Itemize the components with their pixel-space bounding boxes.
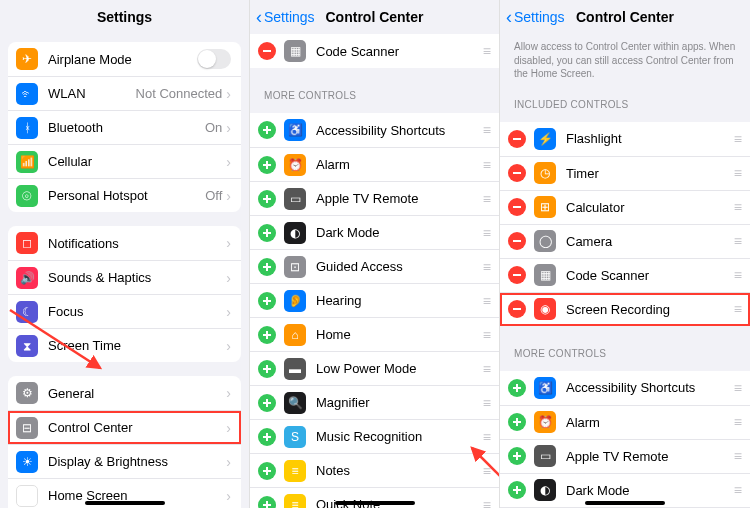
control-row[interactable]: 🔍Magnifier≡ — [250, 385, 499, 419]
battery-icon: ▬ — [284, 358, 306, 380]
settings-row[interactable]: ✈Airplane Mode — [8, 42, 241, 76]
drag-handle-icon[interactable]: ≡ — [483, 157, 489, 173]
add-button[interactable] — [258, 121, 276, 139]
drag-handle-icon[interactable]: ≡ — [483, 259, 489, 275]
drag-handle-icon[interactable]: ≡ — [734, 233, 740, 249]
add-button[interactable] — [258, 292, 276, 310]
settings-row[interactable]: 📶Cellular› — [8, 144, 241, 178]
add-button[interactable] — [258, 224, 276, 242]
row-label: Dark Mode — [566, 483, 734, 498]
settings-row[interactable]: ⦾Personal HotspotOff› — [8, 178, 241, 212]
drag-handle-icon[interactable]: ≡ — [483, 293, 489, 309]
settings-row[interactable]: ☾Focus› — [8, 294, 241, 328]
remove-button[interactable] — [508, 266, 526, 284]
settings-row[interactable]: ᯤWLANNot Connected› — [8, 76, 241, 110]
control-row[interactable]: ▭Apple TV Remote≡ — [250, 181, 499, 215]
drag-handle-icon[interactable]: ≡ — [734, 414, 740, 430]
drag-handle-icon[interactable]: ≡ — [483, 43, 489, 59]
control-row[interactable]: ◯Camera≡ — [500, 224, 750, 258]
navbar: ‹ Settings Control Center — [250, 0, 499, 34]
remove-button[interactable] — [508, 300, 526, 318]
add-button[interactable] — [258, 326, 276, 344]
drag-handle-icon[interactable]: ≡ — [483, 395, 489, 411]
drag-handle-icon[interactable]: ≡ — [734, 482, 740, 498]
section-header-more: MORE CONTROLS — [500, 340, 750, 363]
control-row[interactable]: ♿Accessibility Shortcuts≡ — [500, 371, 750, 405]
chevron-right-icon: › — [226, 235, 231, 251]
drag-handle-icon[interactable]: ≡ — [483, 361, 489, 377]
control-row[interactable]: ◉Screen Recording≡ — [500, 292, 750, 326]
control-row[interactable]: ⊞Calculator≡ — [500, 190, 750, 224]
row-label: Guided Access — [316, 259, 483, 274]
row-label: Accessibility Shortcuts — [316, 123, 483, 138]
control-row[interactable]: ◷Timer≡ — [500, 156, 750, 190]
settings-row[interactable]: ⊟Control Center› — [8, 410, 241, 444]
add-button[interactable] — [258, 496, 276, 509]
remove-button[interactable] — [508, 164, 526, 182]
control-row[interactable]: ⌂Home≡ — [250, 317, 499, 351]
settings-row[interactable]: ⧗Screen Time› — [8, 328, 241, 362]
control-row[interactable]: ≡Notes≡ — [250, 453, 499, 487]
control-row[interactable]: ⊡Guided Access≡ — [250, 249, 499, 283]
settings-row[interactable]: ⚙General› — [8, 376, 241, 410]
control-row[interactable]: ♿Accessibility Shortcuts≡ — [250, 113, 499, 147]
drag-handle-icon[interactable]: ≡ — [734, 165, 740, 181]
add-button[interactable] — [258, 462, 276, 480]
add-button[interactable] — [508, 481, 526, 499]
drag-handle-icon[interactable]: ≡ — [734, 380, 740, 396]
settings-row[interactable]: 🔊Sounds & Haptics› — [8, 260, 241, 294]
add-button[interactable] — [258, 190, 276, 208]
control-row[interactable]: ⚡Flashlight≡ — [500, 122, 750, 156]
control-row[interactable]: ◐Dark Mode≡ — [250, 215, 499, 249]
drag-handle-icon[interactable]: ≡ — [734, 199, 740, 215]
settings-row[interactable]: ᚼBluetoothOn› — [8, 110, 241, 144]
remove-button[interactable] — [508, 232, 526, 250]
chevron-right-icon: › — [226, 154, 231, 170]
note-icon: ≡ — [284, 494, 306, 509]
drag-handle-icon[interactable]: ≡ — [483, 327, 489, 343]
add-button[interactable] — [258, 428, 276, 446]
control-row[interactable]: ▬Low Power Mode≡ — [250, 351, 499, 385]
group-more-controls: ♿Accessibility Shortcuts≡⏰Alarm≡▭Apple T… — [500, 371, 750, 509]
drag-handle-icon[interactable]: ≡ — [483, 497, 489, 509]
remove-button[interactable] — [258, 42, 276, 60]
drag-handle-icon[interactable]: ≡ — [483, 225, 489, 241]
add-button[interactable] — [508, 447, 526, 465]
add-button[interactable] — [258, 360, 276, 378]
control-row[interactable]: ⏰Alarm≡ — [250, 147, 499, 181]
back-button[interactable]: ‹ Settings — [256, 8, 315, 26]
control-row[interactable]: ⏰Alarm≡ — [500, 405, 750, 439]
chevron-right-icon: › — [226, 120, 231, 136]
settings-row[interactable]: ☀Display & Brightness› — [8, 444, 241, 478]
add-button[interactable] — [258, 258, 276, 276]
drag-handle-icon[interactable]: ≡ — [483, 463, 489, 479]
control-row[interactable]: ▦Code Scanner≡ — [500, 258, 750, 292]
drag-handle-icon[interactable]: ≡ — [734, 301, 740, 317]
row-label: Home — [316, 327, 483, 342]
home-indicator[interactable] — [335, 501, 415, 505]
home-indicator[interactable] — [85, 501, 165, 505]
chevron-left-icon: ‹ — [506, 8, 512, 26]
remove-button[interactable] — [508, 130, 526, 148]
drag-handle-icon[interactable]: ≡ — [483, 122, 489, 138]
home-indicator[interactable] — [585, 501, 665, 505]
drag-handle-icon[interactable]: ≡ — [734, 267, 740, 283]
toggle[interactable] — [197, 49, 231, 69]
drag-handle-icon[interactable]: ≡ — [483, 429, 489, 445]
add-button[interactable] — [258, 156, 276, 174]
add-button[interactable] — [508, 379, 526, 397]
drag-handle-icon[interactable]: ≡ — [734, 131, 740, 147]
add-button[interactable] — [258, 394, 276, 412]
add-button[interactable] — [508, 413, 526, 431]
control-row[interactable]: ▦Code Scanner≡ — [250, 34, 499, 68]
drag-handle-icon[interactable]: ≡ — [483, 191, 489, 207]
speaker-icon: 🔊 — [16, 267, 38, 289]
remove-button[interactable] — [508, 198, 526, 216]
control-row[interactable]: 👂Hearing≡ — [250, 283, 499, 317]
back-button[interactable]: ‹ Settings — [506, 8, 565, 26]
settings-row[interactable]: ◻Notifications› — [8, 226, 241, 260]
drag-handle-icon[interactable]: ≡ — [734, 448, 740, 464]
control-row[interactable]: ▭Apple TV Remote≡ — [500, 439, 750, 473]
control-row[interactable]: SMusic Recognition≡ — [250, 419, 499, 453]
link-icon: ⦾ — [16, 185, 38, 207]
